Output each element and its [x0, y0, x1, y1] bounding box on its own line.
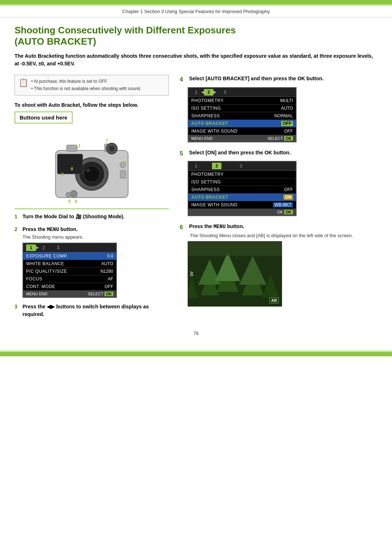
svg-text:3: 3 — [124, 160, 126, 165]
menu-tab-row-3: 1 2 3 — [188, 162, 296, 171]
svg-text:5: 5 — [68, 199, 71, 204]
menu-bottom-3: OK OK — [188, 209, 296, 215]
step-6-text: Press the MENU button. — [189, 223, 244, 231]
svg-text:6: 6 — [71, 166, 73, 171]
tab3-space — [201, 163, 212, 169]
step-5-text: Select [ON] and then press the OK button… — [189, 149, 291, 157]
tab3-space2 — [221, 163, 236, 169]
menu-row-sharpness: SHARPNESS NORMAL — [188, 112, 296, 120]
tab-1-active: 1 — [26, 244, 36, 251]
menu-screen-3: 1 2 3 PHOTOMETRY ISO SETTING — [188, 161, 297, 216]
step-1-number: 1 — [15, 213, 21, 220]
step-3: 3 Press the ◀▶ buttons to switch between… — [15, 303, 169, 318]
right-column: 4 Select [AUTO BRACKET] and then press t… — [180, 75, 377, 323]
menu-tab-row-1: 1 ▶ 2 3 — [23, 243, 116, 252]
step-3-text: Press the ◀▶ buttons to switch between d… — [23, 303, 169, 318]
left-column: 📋 • At purchase, this feature is set to … — [15, 75, 169, 323]
svg-rect-5 — [57, 154, 83, 174]
svg-text:4: 4 — [74, 199, 77, 204]
step-3-number: 3 — [15, 303, 21, 311]
camera-illustration: 2 6 1 7 3 5 4 — [45, 129, 139, 205]
step-4-number: 4 — [180, 75, 188, 84]
note-box: 📋 • At purchase, this feature is set to … — [15, 75, 169, 95]
menu-row-photometry: PHOTOMETRY MULTI — [188, 97, 296, 105]
menu-row-auto-bracket-3: AUTO BRACKET ON — [188, 194, 296, 201]
tab-3: 3 — [48, 244, 63, 251]
menu-bottom-2: MENU END SELECT OK — [188, 135, 296, 142]
step-4-text: Select [AUTO BRACKET] and then press the… — [189, 75, 324, 82]
svg-rect-32 — [188, 242, 282, 256]
step-6-sub: The Shooting Menu closes and [AB] is dis… — [190, 233, 377, 238]
separator — [15, 208, 169, 209]
note-text: • At purchase, this feature is set to OF… — [31, 78, 141, 92]
menu-row-auto-bracket: AUTO BRACKET OFF — [188, 120, 296, 127]
menu-screen-2: 1 ◀ 2 ▶ 3 PHOTOMETRY MULTI ISO SETTING A… — [188, 87, 297, 142]
top-bar-green — [0, 0, 392, 4]
instruction-heading: To shoot with Auto Bracket, follow the s… — [15, 102, 169, 108]
svg-rect-6 — [66, 145, 77, 151]
step-2: 2 Press the MENU button. The Shooting me… — [15, 226, 169, 298]
menu-tab-row-2: 1 ◀ 2 ▶ 3 — [188, 88, 296, 97]
svg-point-11 — [66, 192, 71, 197]
step-6: 6 Press the MENU button. The Shooting Me… — [180, 223, 377, 307]
menu-row-pq: PIC QUALITY/SIZE N1280 — [23, 268, 116, 275]
svg-point-10 — [70, 190, 77, 198]
step-6-number: 6 — [180, 223, 188, 232]
svg-text:2: 2 — [61, 171, 64, 177]
intro-text: The Auto Bracketing function automatical… — [15, 52, 377, 68]
tab2-1: 1 — [191, 89, 201, 96]
tab3-2-active: 2 — [212, 163, 222, 169]
menu-row-cont: CONT. MODE OFF — [23, 283, 116, 291]
step-1-text: Turn the Mode Dial to 🎥 (Shooting Mode). — [23, 213, 124, 220]
step-5: 5 Select [ON] and then press the OK butt… — [180, 149, 377, 216]
svg-point-4 — [86, 169, 90, 172]
tab2-3: 3 — [216, 89, 230, 96]
svg-rect-9 — [120, 170, 126, 178]
step-5-number: 5 — [180, 149, 188, 158]
tab2-2-active: 2 — [204, 89, 214, 96]
ab-badge: AB — [269, 297, 279, 303]
svg-text:1: 1 — [78, 143, 81, 149]
menu-row-iso-3: ISO SETTING — [188, 178, 296, 186]
svg-point-13 — [109, 146, 115, 151]
buttons-used-box: Buttons used here — [15, 112, 73, 123]
menu-row-sharpness-3: SHARPNESS OFF — [188, 186, 296, 194]
svg-text:7: 7 — [106, 138, 108, 143]
tab-2: 2 — [39, 244, 49, 251]
step-1: 1 Turn the Mode Dial to 🎥 (Shooting Mode… — [15, 213, 169, 220]
menu-row-iso: ISO SETTING AUTO — [188, 105, 296, 112]
tab3-3: 3 — [236, 163, 246, 169]
svg-point-3 — [84, 166, 100, 182]
page-title: Shooting Consecutively with Different Ex… — [15, 25, 377, 47]
tab3-1: 1 — [191, 163, 201, 169]
step-2-number: 2 — [15, 226, 21, 233]
breadcrumb: Chapter 1 Section 3 Using Special Featur… — [0, 6, 392, 17]
menu-row-image-sound: IMAGE WITH SOUND OFF — [188, 127, 296, 135]
bottom-bar-green — [0, 352, 392, 356]
step-4: 4 Select [AUTO BRACKET] and then press t… — [180, 75, 377, 142]
menu-row-image-sound-3: IMAGE WITH SOUND WB-BKT — [188, 201, 296, 209]
note-icon: 📋 — [19, 79, 28, 87]
menu-row-photometry-3: PHOTOMETRY — [188, 171, 296, 178]
menu-row-exposure: EXPOSURE COMP. 0.0 — [23, 252, 116, 260]
menu-row-wb: WHITE BALANCE AUTO — [23, 260, 116, 268]
step-2-text: Press the MENU button. — [23, 226, 78, 234]
page-number: 76 — [15, 331, 377, 336]
menu-bottom-1: MENU END SELECT OK — [23, 291, 116, 297]
menu-row-focus: FOCUS AF — [23, 275, 116, 283]
menu-screen-1: 1 ▶ 2 3 EXPOSURE COMP. 0.0 WHITE BALANCE… — [23, 243, 117, 298]
step-2-sub: The Shooting menu appears. — [23, 234, 169, 240]
camera-display-screen: ⊕ SD 📷 N 80 — [188, 241, 282, 307]
